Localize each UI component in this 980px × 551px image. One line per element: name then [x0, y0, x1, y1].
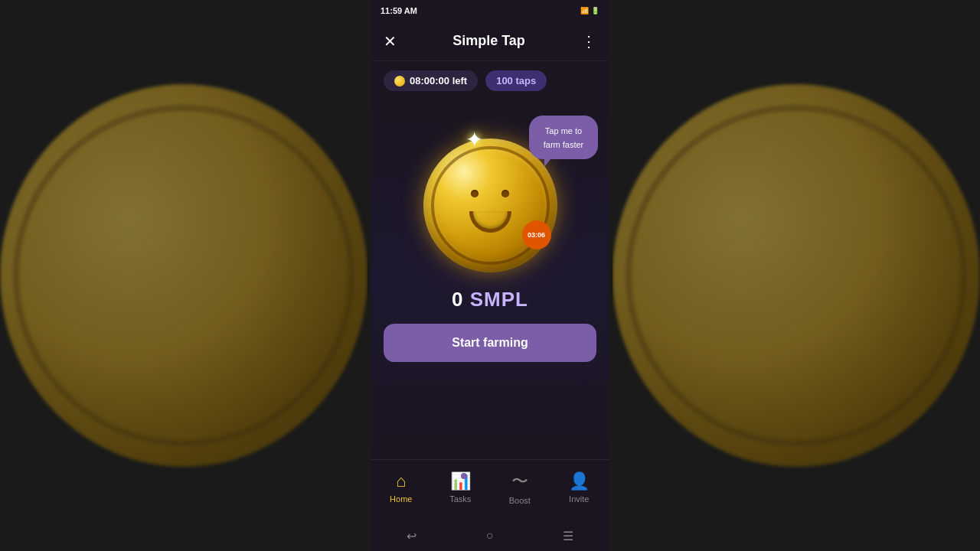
app-header: ✕ Simple Tap ⋮ [371, 21, 609, 61]
start-farming-button[interactable]: Start farming [384, 324, 596, 362]
coin-eye-left [471, 190, 479, 197]
smpl-value: 0 [452, 288, 463, 311]
status-icons: 📶 🔋 [580, 7, 599, 15]
main-content: Tap me to farm faster ✦ 03:06 0 SMPL [371, 100, 609, 459]
close-icon[interactable]: ✕ [384, 32, 397, 51]
phone-frame: 11:59 AM 📶 🔋 ✕ Simple Tap ⋮ 08:00:00 lef… [371, 0, 609, 551]
coin-eyes [471, 190, 509, 197]
nav-invite-label: Invite [569, 494, 589, 504]
nav-boost-label: Boost [509, 496, 531, 505]
bottom-nav: ⌂ Home 📊 Tasks 〜 Boost 👤 Invite [371, 459, 609, 520]
bg-coin-right [612, 84, 980, 467]
bg-left [0, 0, 368, 551]
timer-text: 08:00:00 left [410, 75, 467, 86]
timer-row: 08:00:00 left 100 taps [371, 61, 609, 100]
coin-container: ✦ 03:06 [423, 139, 557, 272]
recent-button[interactable]: ☰ [563, 529, 573, 543]
home-icon: ⌂ [396, 471, 406, 491]
nav-invite[interactable]: 👤 Invite [550, 471, 609, 504]
back-button[interactable]: ↩ [407, 529, 416, 543]
timer-badge: 08:00:00 left [384, 70, 478, 91]
nav-home[interactable]: ⌂ Home [371, 471, 431, 504]
taps-badge: 100 taps [485, 70, 547, 91]
tasks-notification-dot [461, 473, 467, 479]
countdown-badge: 03:06 [522, 220, 551, 249]
status-time: 11:59 AM [381, 6, 417, 15]
timer-dot-icon [394, 76, 405, 86]
nav-tasks[interactable]: 📊 Tasks [431, 471, 491, 504]
coin-eye-right [501, 190, 509, 197]
coin-face [469, 178, 511, 233]
smpl-amount-display: 0 SMPL [452, 288, 528, 311]
home-button[interactable]: ○ [486, 529, 494, 543]
menu-icon[interactable]: ⋮ [581, 32, 596, 51]
nav-home-label: Home [390, 494, 412, 504]
coin-smile [469, 211, 511, 233]
sparkle-icon: ✦ [466, 127, 483, 152]
tap-coin[interactable] [423, 139, 557, 272]
boost-icon: 〜 [511, 470, 528, 493]
system-nav: ↩ ○ ☰ [371, 520, 609, 551]
nav-tasks-label: Tasks [449, 494, 471, 504]
status-bar: 11:59 AM 📶 🔋 [371, 0, 609, 21]
speech-bubble[interactable]: Tap me to farm faster [529, 116, 598, 159]
bg-coin-left [0, 84, 368, 467]
invite-icon: 👤 [569, 471, 590, 491]
tasks-icon: 📊 [450, 471, 471, 491]
nav-boost[interactable]: 〜 Boost [490, 470, 550, 505]
bg-right [612, 0, 980, 551]
app-title: Simple Tap [452, 33, 525, 49]
speech-bubble-text: Tap me to farm faster [544, 126, 584, 149]
smpl-currency: SMPL [470, 288, 528, 311]
